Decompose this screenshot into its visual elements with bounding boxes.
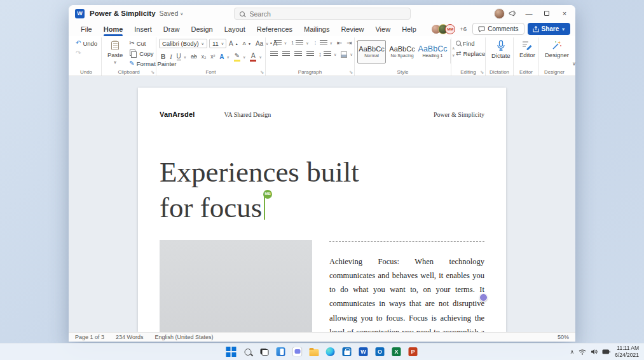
page-indicator[interactable]: Page 1 of 3: [75, 334, 104, 340]
start-button[interactable]: [226, 347, 236, 357]
word-count[interactable]: 234 Words: [116, 334, 143, 340]
collaborator-overflow-count[interactable]: +6: [460, 25, 467, 32]
document-image[interactable]: [160, 240, 312, 332]
align-left-button[interactable]: [268, 51, 280, 58]
document-page[interactable]: VanArsdel VA Shared Design Power & Simpl…: [138, 88, 506, 332]
font-family-combobox[interactable]: Calibri (Body) ∨: [159, 39, 207, 48]
autosave-status[interactable]: Saved ∨: [160, 10, 184, 17]
document-title: Power & Simplicity: [90, 10, 156, 17]
minimize-button[interactable]: —: [521, 7, 537, 20]
subscript-button[interactable]: x₂: [200, 53, 209, 61]
replace-button[interactable]: ⇄ Replace: [454, 49, 487, 58]
editing-group: Find ⇄ Replace Editing ⇘: [451, 37, 486, 76]
chat-button[interactable]: [292, 347, 303, 357]
word-taskbar-button[interactable]: W: [358, 347, 369, 357]
chevron-down-icon: ∨: [202, 42, 204, 46]
tab-view[interactable]: View: [369, 23, 396, 35]
undo-button[interactable]: ↶ Undo: [74, 39, 99, 48]
styles-group: AaBbCc Normal AaBbCc No Spacing AaBbCc H…: [355, 37, 451, 76]
designer-wand-icon: [552, 40, 562, 50]
wifi-icon[interactable]: [579, 349, 586, 355]
powerpoint-icon: P: [409, 347, 418, 356]
shading-icon: [341, 51, 347, 58]
dictate-button[interactable]: Dictate: [488, 39, 514, 60]
increase-indent-button[interactable]: ⇥: [345, 39, 353, 47]
document-canvas[interactable]: VanArsdel VA Shared Design Power & Simpl…: [69, 76, 575, 332]
style-no-spacing[interactable]: AaBbCc No Spacing: [388, 40, 416, 63]
tab-design[interactable]: Design: [185, 23, 218, 35]
feedback-icon[interactable]: [509, 10, 517, 17]
tab-home[interactable]: Home: [98, 23, 129, 35]
collaborator-avatar[interactable]: MM: [445, 24, 455, 34]
bullets-button[interactable]: •: [268, 39, 289, 47]
task-view-button[interactable]: [259, 347, 270, 357]
search-input[interactable]: [249, 10, 405, 18]
shading-button[interactable]: [339, 50, 354, 58]
share-button[interactable]: Share ∨: [528, 23, 570, 35]
search-bar[interactable]: [234, 8, 411, 20]
user-avatar[interactable]: [494, 8, 505, 19]
tab-file[interactable]: File: [75, 23, 98, 35]
shrink-font-button[interactable]: A▼: [241, 40, 253, 47]
decrease-indent-button[interactable]: ⇤: [335, 39, 344, 47]
tab-mailings[interactable]: Mailings: [298, 23, 335, 35]
maximize-button[interactable]: [538, 7, 555, 20]
line-spacing-button[interactable]: ↕: [317, 50, 338, 58]
language-indicator[interactable]: English (United States): [154, 334, 213, 340]
tab-help[interactable]: Help: [396, 23, 422, 35]
document-heading[interactable]: Experiences built for focusMB: [160, 155, 369, 226]
font-color-button[interactable]: A: [248, 51, 263, 62]
style-heading-1[interactable]: AaBbCc Heading 1: [418, 40, 447, 63]
tab-review[interactable]: Review: [335, 23, 369, 35]
bold-button[interactable]: B: [159, 53, 167, 61]
redo-button[interactable]: ↷: [74, 49, 99, 57]
tray-expand-icon[interactable]: ∧: [570, 349, 575, 355]
volume-icon[interactable]: [591, 349, 598, 355]
taskbar-search-button[interactable]: [242, 347, 253, 357]
editor-button[interactable]: Editor: [516, 39, 538, 60]
collaborator-avatars[interactable]: MM: [431, 24, 455, 34]
numbering-button[interactable]: 1: [289, 39, 310, 47]
align-right-button[interactable]: [292, 51, 304, 58]
strikethrough-button[interactable]: ab: [189, 53, 198, 61]
style-normal[interactable]: AaBbCc Normal: [357, 40, 386, 63]
clock[interactable]: 11:11 AM 6/24/2021: [615, 345, 639, 358]
dialog-launcher-icon[interactable]: ⇘: [260, 70, 264, 75]
close-button[interactable]: ×: [556, 7, 573, 20]
battery-icon[interactable]: [602, 349, 610, 354]
dialog-launcher-icon[interactable]: ⇘: [151, 70, 154, 75]
superscript-button[interactable]: x²: [209, 53, 217, 61]
tab-layout[interactable]: Layout: [219, 23, 251, 35]
multilevel-list-button[interactable]: ⋮: [312, 39, 334, 47]
text-effects-button[interactable]: A: [217, 53, 231, 61]
dialog-launcher-icon[interactable]: ⇘: [480, 70, 484, 75]
edge-button[interactable]: [325, 347, 336, 357]
find-button[interactable]: Find: [454, 39, 487, 48]
tab-draw[interactable]: Draw: [158, 23, 186, 35]
widgets-button[interactable]: [275, 347, 286, 357]
italic-button[interactable]: I: [168, 53, 174, 61]
paste-button[interactable]: Paste ∨: [104, 39, 126, 65]
justify-button[interactable]: [305, 51, 316, 58]
zoom-level[interactable]: 50%: [558, 334, 569, 340]
font-size-combobox[interactable]: 11 ∨: [209, 39, 226, 48]
powerpoint-button[interactable]: P: [408, 347, 418, 357]
grow-font-button[interactable]: A▲: [227, 39, 240, 48]
word-window: W Power & Simplicity Saved ∨ — × File Ho…: [69, 5, 575, 342]
outlook-button[interactable]: O: [374, 347, 385, 357]
dialog-launcher-icon[interactable]: ⇘: [349, 70, 353, 75]
tab-insert[interactable]: Insert: [128, 23, 158, 35]
align-center-button[interactable]: [280, 51, 292, 58]
windows-logo-icon: [226, 347, 236, 357]
comments-button[interactable]: Comments: [472, 23, 524, 35]
editor-group: Editor Editor: [514, 37, 539, 76]
file-explorer-button[interactable]: [308, 347, 319, 357]
underline-button[interactable]: U: [175, 53, 189, 62]
tab-references[interactable]: References: [251, 23, 298, 35]
justify-icon: [306, 51, 314, 57]
designer-button[interactable]: Designer: [542, 39, 572, 60]
store-button[interactable]: [341, 347, 352, 357]
body-paragraph[interactable]: Achieving Focus: When technology communi…: [329, 255, 484, 332]
excel-button[interactable]: X: [391, 347, 402, 357]
highlight-color-button[interactable]: ✎: [232, 51, 247, 62]
